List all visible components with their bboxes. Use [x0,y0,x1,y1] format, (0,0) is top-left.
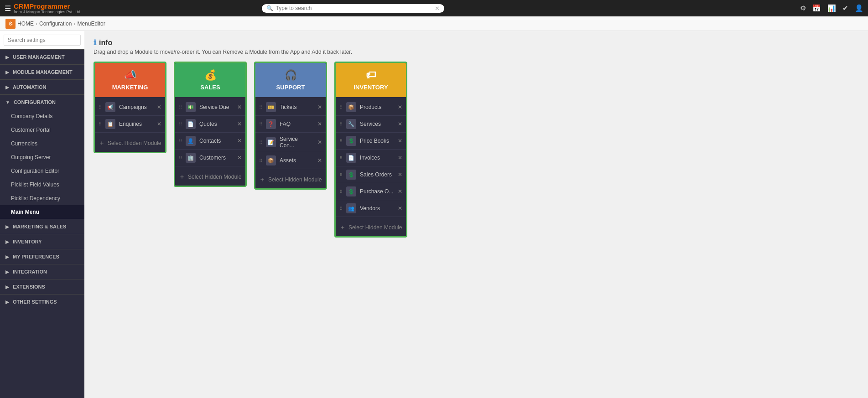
list-item[interactable]: ⠿ 💲 Purchase O... ✕ [336,183,406,200]
drag-handle-icon[interactable]: ⠿ [259,158,262,163]
list-item[interactable]: ⠿ 👥 Vendors ✕ [336,200,406,217]
list-item[interactable]: ⠿ ❓ FAQ ✕ [255,116,326,133]
sidebar-label-extensions: EXTENSIONS [13,284,45,289]
global-search-input[interactable] [276,5,432,11]
drag-handle-icon[interactable]: ⠿ [99,105,102,110]
sidebar-section-user-management: ▶ USER MANAGEMENT [0,49,84,64]
drag-handle-icon[interactable]: ⠿ [99,122,102,127]
remove-campaigns-button[interactable]: ✕ [157,104,161,110]
add-hidden-module-support[interactable]: ＋ Select Hidden Module [255,171,326,188]
remove-vendors-button[interactable]: ✕ [398,205,402,212]
sidebar-item-company-details[interactable]: Company Details [0,109,84,123]
remove-service-due-button[interactable]: ✕ [237,104,242,110]
service-con-icon: 📝 [266,137,276,147]
user-icon[interactable]: 👤 [855,4,863,12]
sidebar-header-extensions[interactable]: ▶ EXTENSIONS [0,279,84,294]
list-item[interactable]: ⠿ 💵 Service Due ✕ [175,99,245,116]
add-hidden-module-inventory[interactable]: ＋ Select Hidden Module [336,219,406,236]
arrow-icon: ▶ [5,85,9,90]
remove-quotes-button[interactable]: ✕ [237,121,242,127]
drag-handle-icon[interactable]: ⠿ [259,105,262,110]
calendar-icon[interactable]: 📅 [812,4,821,12]
list-item[interactable]: ⠿ 📢 Campaigns ✕ [95,99,165,116]
breadcrumb-home[interactable]: HOME [17,21,34,27]
sidebar-item-currencies[interactable]: Currencies [0,137,84,150]
remove-customers-button[interactable]: ✕ [237,155,242,161]
remove-products-button[interactable]: ✕ [398,104,402,110]
sidebar-header-inventory[interactable]: ▶ INVENTORY [0,234,84,249]
drag-handle-icon[interactable]: ⠿ [339,206,343,211]
price-books-icon: 💲 [346,136,356,146]
sidebar-header-other-settings[interactable]: ▶ OTHER SETTINGS [0,295,84,309]
breadcrumb-config[interactable]: Configuration [39,21,72,27]
drag-handle-icon[interactable]: ⠿ [339,122,343,127]
sidebar-item-picklist-field-values[interactable]: Picklist Field Values [0,178,84,191]
drag-handle-icon[interactable]: ⠿ [179,139,182,144]
sidebar-header-user-management[interactable]: ▶ USER MANAGEMENT [0,50,84,64]
sidebar-item-main-menu[interactable]: Main Menu [0,205,84,219]
list-item[interactable]: ⠿ 📦 Products ✕ [336,99,406,116]
list-item[interactable]: ⠿ 📦 Assets ✕ [255,152,326,169]
drag-handle-icon[interactable]: ⠿ [259,122,262,127]
marketing-module-label: MARKETING [112,84,148,91]
drag-handle-icon[interactable]: ⠿ [179,155,182,160]
sidebar-item-picklist-dependency[interactable]: Picklist Dependency [0,191,84,205]
hamburger-icon[interactable]: ☰ [5,4,11,13]
remove-purchase-orders-button[interactable]: ✕ [398,188,402,195]
sidebar-search-input[interactable] [4,35,81,46]
remove-faq-button[interactable]: ✕ [317,121,322,127]
list-item[interactable]: ⠿ 💲 Price Books ✕ [336,133,406,150]
list-item[interactable]: ⠿ 📋 Enquiries ✕ [95,116,165,133]
add-hidden-module-sales[interactable]: ＋ Select Hidden Module [175,168,245,186]
customers-icon: 🏢 [186,153,196,163]
list-item[interactable]: ⠿ 📄 Quotes ✕ [175,116,245,133]
settings-icon[interactable]: ⚙ [800,4,806,12]
remove-price-books-button[interactable]: ✕ [398,138,402,144]
list-item[interactable]: ⠿ 🏢 Customers ✕ [175,150,245,166]
search-clear-icon[interactable]: ✕ [435,5,440,12]
drag-handle-icon[interactable]: ⠿ [179,105,182,110]
sidebar-header-integration[interactable]: ▶ INTEGRATION [0,264,84,279]
arrow-icon: ▶ [5,284,9,289]
add-hidden-module-marketing[interactable]: ＋ Select Hidden Module [95,134,165,152]
list-item[interactable]: ⠿ 👤 Contacts ✕ [175,133,245,150]
tasks-icon[interactable]: ✔ [842,4,848,12]
drag-handle-icon[interactable]: ⠿ [339,105,343,110]
remove-tickets-button[interactable]: ✕ [317,104,322,110]
remove-contacts-button[interactable]: ✕ [237,138,242,144]
sidebar-header-my-preferences[interactable]: ▶ MY PREFERENCES [0,249,84,264]
sidebar-header-automation[interactable]: ▶ AUTOMATION [0,80,84,94]
sidebar-header-configuration[interactable]: ▼ CONFIGURATION [0,95,84,109]
remove-services-button[interactable]: ✕ [398,121,402,127]
drag-handle-icon[interactable]: ⠿ [339,139,343,144]
sidebar-item-configuration-editor[interactable]: Configuration Editor [0,164,84,178]
list-item[interactable]: ⠿ 💲 Sales Orders ✕ [336,166,406,183]
faq-icon: ❓ [266,119,276,129]
add-icon: ＋ [259,176,265,184]
chart-icon[interactable]: 📊 [827,4,836,12]
drag-handle-icon[interactable]: ⠿ [339,189,343,194]
sidebar-search-area[interactable] [0,31,84,49]
inventory-module-label: INVENTORY [353,84,388,91]
drag-handle-icon[interactable]: ⠿ [179,122,182,127]
module-header-sales: 💰 SALES [175,63,245,97]
list-item[interactable]: ⠿ 🎫 Tickets ✕ [255,99,326,116]
remove-enquiries-button[interactable]: ✕ [157,121,161,127]
drag-handle-icon[interactable]: ⠿ [259,140,262,145]
logo-area: ☰ CRMProgrammer from J Morgan Technologi… [5,2,81,14]
sidebar-item-outgoing-server[interactable]: Outgoing Server [0,150,84,164]
drag-handle-icon[interactable]: ⠿ [339,155,343,160]
remove-assets-button[interactable]: ✕ [317,157,322,164]
sidebar-header-module-management[interactable]: ▶ MODULE MANAGEMENT [0,65,84,79]
sidebar-item-customer-portal[interactable]: Customer Portal [0,123,84,137]
breadcrumb-gear-icon: ⚙ [5,19,16,29]
remove-invoices-button[interactable]: ✕ [398,155,402,161]
global-search-bar[interactable]: 🔍 ✕ [262,4,444,13]
drag-handle-icon[interactable]: ⠿ [339,172,343,177]
sidebar-header-marketing-sales[interactable]: ▶ MARKETING & SALES [0,219,84,234]
remove-service-con-button[interactable]: ✕ [317,139,322,145]
list-item[interactable]: ⠿ 📄 Invoices ✕ [336,150,406,166]
remove-sales-orders-button[interactable]: ✕ [398,171,402,178]
list-item[interactable]: ⠿ 🔧 Services ✕ [336,116,406,133]
list-item[interactable]: ⠿ 📝 Service Con... ✕ [255,133,326,152]
